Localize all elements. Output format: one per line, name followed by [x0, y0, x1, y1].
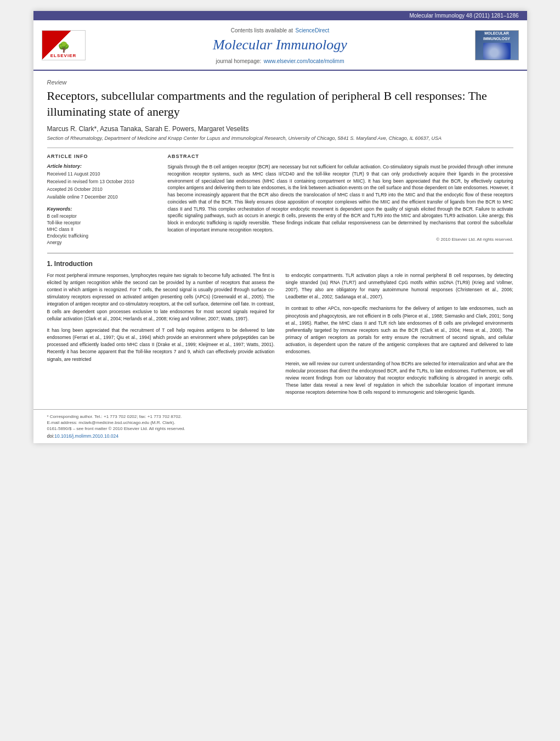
- elsevier-logo: 🌳 ELSEVIER: [42, 30, 86, 60]
- footnote-area: * Corresponding author. Tel.: +1 773 702…: [33, 409, 527, 443]
- intro-para-4: In contrast to other APCs, non-specific …: [286, 305, 513, 355]
- elsevier-label: ELSEVIER: [50, 53, 77, 58]
- revised-date: Received in revised form 13 October 2010: [47, 179, 157, 185]
- license-note: 0161-5890/$ – see front matter © 2010 El…: [47, 426, 513, 431]
- affiliation-line: Section of Rheumatology, Department of M…: [47, 135, 513, 141]
- abstract-text: Signals through the B cell antigen recep…: [168, 163, 513, 234]
- journal-img-decoration: [483, 43, 511, 59]
- journal-cover-image: MOLECULARIMMUNOLOGY: [475, 30, 519, 60]
- keyword-1: B cell receptor: [47, 213, 157, 219]
- history-label: Article history:: [47, 163, 157, 169]
- body-col-right: to endocytic compartments. TLR activatio…: [286, 272, 513, 401]
- article-info-abstract-section: ARTICLE INFO Article history: Received 1…: [47, 148, 513, 246]
- abstract-section-label: ABSTRACT: [168, 154, 513, 159]
- contents-available: Contents lists available at ScienceDirec…: [86, 25, 475, 35]
- received-date: Received 11 August 2010: [47, 171, 157, 178]
- article-info-column: ARTICLE INFO Article history: Received 1…: [47, 154, 157, 246]
- intro-para-5: Herein, we will review our current under…: [286, 360, 513, 397]
- homepage-line: journal homepage: www.elsevier.com/locat…: [86, 55, 475, 65]
- intro-para-2: It has long been appreciated that the re…: [47, 327, 275, 363]
- abstract-column: ABSTRACT Signals through the B cell anti…: [168, 154, 513, 246]
- accepted-date: Accepted 26 October 2010: [47, 186, 157, 193]
- elsevier-tree-icon: 🌳: [58, 41, 70, 53]
- keyword-4: Endocytic trafficking: [47, 233, 157, 239]
- intro-para-3: to endocytic compartments. TLR activatio…: [286, 272, 513, 301]
- journal-ref-text: Molecular Immunology 48 (2011) 1281–1286: [409, 13, 518, 19]
- article-type-label: Review: [47, 79, 513, 86]
- doi-link[interactable]: 10.1016/j.molimm.2010.10.024: [54, 433, 118, 439]
- intro-section-heading: 1. Introduction: [47, 260, 513, 268]
- keyword-2: Toll-like receptor: [47, 220, 157, 225]
- article-title: Receptors, subcellular compartments and …: [47, 88, 513, 120]
- article-info-section-label: ARTICLE INFO: [47, 154, 157, 159]
- online-date: Available online 7 December 2010: [47, 194, 157, 201]
- body-col-left: For most peripheral immune responses, ly…: [47, 272, 275, 401]
- corresponding-author-note: * Corresponding author. Tel.: +1 773 702…: [47, 414, 513, 419]
- main-content: Review Receptors, subcellular compartmen…: [33, 71, 527, 409]
- homepage-prefix: journal homepage:: [216, 58, 261, 64]
- doi-prefix: doi:: [47, 433, 55, 439]
- contents-prefix: Contents lists available at: [231, 27, 293, 33]
- keyword-3: MHC class II: [47, 227, 157, 232]
- journal-title: Molecular Immunology: [86, 37, 475, 53]
- doi-line: doi:10.1016/j.molimm.2010.10.024: [47, 433, 513, 439]
- journal-center-info: Contents lists available at ScienceDirec…: [86, 25, 475, 65]
- journal-img-label: MOLECULARIMMUNOLOGY: [483, 31, 510, 41]
- authors-line: Marcus R. Clark*, Azusa Tanaka, Sarah E.…: [47, 125, 513, 133]
- journal-header: 🌳 ELSEVIER Contents lists available at S…: [33, 20, 527, 71]
- keywords-label: Keywords:: [47, 206, 157, 212]
- intro-para-1: For most peripheral immune responses, ly…: [47, 272, 275, 323]
- journal-reference-bar: Molecular Immunology 48 (2011) 1281–1286: [33, 11, 527, 20]
- body-two-column: For most peripheral immune responses, ly…: [47, 272, 513, 401]
- email-note: E-mail address: mclark@medicine.bsd.uchi…: [47, 420, 513, 425]
- keyword-5: Anergy: [47, 240, 157, 245]
- copyright-line: © 2010 Elsevier Ltd. All rights reserved…: [168, 237, 513, 242]
- sciencedirect-link[interactable]: ScienceDirect: [296, 27, 330, 33]
- section-divider: [47, 253, 513, 253]
- homepage-link[interactable]: www.elsevier.com/locate/molimm: [264, 58, 344, 64]
